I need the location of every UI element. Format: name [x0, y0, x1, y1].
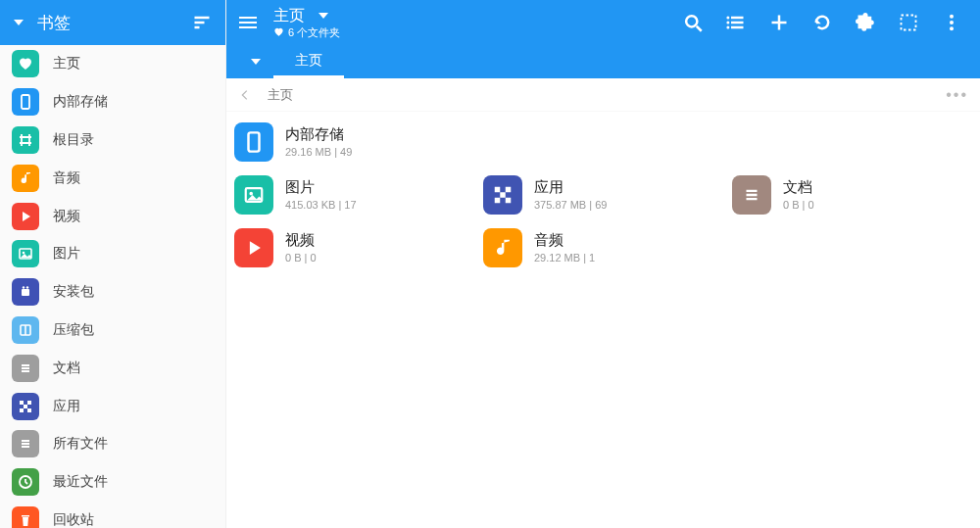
view-button[interactable] [717, 4, 755, 41]
doc-icon [12, 430, 39, 457]
trash-icon [12, 506, 39, 528]
doc-icon [732, 175, 771, 215]
sidebar-item-label: 主页 [53, 55, 80, 72]
sidebar-item-device[interactable]: 内部存储 [0, 83, 225, 121]
tile-label: 文档 [783, 178, 814, 197]
sidebar-item-image[interactable]: 图片 [0, 235, 225, 273]
sidebar-item-doc[interactable]: 文档 [0, 349, 225, 387]
heart-icon [12, 50, 39, 77]
folder-tile[interactable]: 内部存储29.16 MB | 49 [226, 116, 980, 168]
chevron-down-icon [318, 13, 328, 19]
tile-subtitle: 415.03 KB | 17 [285, 199, 357, 213]
sidebar-item-label: 内部存储 [53, 93, 108, 111]
play-icon [234, 228, 273, 267]
tile-label: 内部存储 [285, 125, 352, 144]
image-icon [234, 175, 273, 215]
tile-label: 视频 [285, 231, 317, 250]
sidebar-header[interactable]: 书签 [0, 0, 225, 45]
tab-active[interactable]: 主页 [273, 45, 344, 78]
device-icon [234, 122, 273, 162]
chevron-down-icon [14, 20, 24, 25]
sidebar-title: 书签 [37, 12, 178, 34]
sidebar: 书签 主页内部存储根目录音频视频图片安装包压缩包文档应用所有文件最近文件回收站 [0, 0, 226, 528]
doc-icon [12, 355, 39, 382]
appbar: 主页 6 个文件夹 [226, 0, 980, 45]
menu-button[interactable] [236, 11, 260, 34]
refresh-button[interactable] [804, 4, 841, 41]
tab-row: 主页 [226, 45, 980, 78]
breadcrumb-more-button[interactable]: ••• [946, 86, 968, 104]
tile-subtitle: 29.16 MB | 49 [285, 146, 352, 160]
sidebar-item-label: 文档 [53, 360, 80, 377]
tab-label: 主页 [295, 52, 322, 70]
image-icon [12, 240, 39, 267]
music-icon [12, 165, 39, 192]
folder-tile[interactable]: 音频29.12 MB | 1 [475, 221, 724, 274]
sidebar-item-label: 最近文件 [53, 473, 108, 491]
tile-label: 图片 [285, 178, 357, 197]
tile-label: 应用 [534, 178, 607, 197]
sidebar-item-doc[interactable]: 所有文件 [0, 425, 225, 463]
overflow-button[interactable] [933, 4, 970, 41]
page-subtitle: 6 个文件夹 [273, 26, 340, 38]
sidebar-item-label: 根目录 [53, 131, 94, 149]
plugins-button[interactable] [847, 4, 884, 41]
folder-tile[interactable]: 图片415.03 KB | 17 [226, 168, 475, 221]
appbar-title-block[interactable]: 主页 6 个文件夹 [273, 7, 340, 38]
sidebar-item-android[interactable]: 安装包 [0, 273, 225, 312]
sidebar-item-heart[interactable]: 主页 [0, 45, 225, 83]
clock-icon [12, 468, 39, 496]
sidebar-item-label: 音频 [53, 169, 80, 187]
hash-icon [12, 126, 39, 154]
sidebar-item-grid[interactable]: 应用 [0, 387, 225, 425]
tab-home-button[interactable] [238, 45, 273, 78]
sidebar-item-label: 安装包 [53, 283, 94, 301]
sidebar-item-label: 视频 [53, 208, 80, 225]
search-button[interactable] [674, 4, 711, 41]
tile-subtitle: 29.12 MB | 1 [534, 252, 595, 265]
grid-icon [12, 393, 39, 420]
android-icon [12, 278, 39, 306]
breadcrumb: 主页 ••• [226, 78, 980, 112]
grid-icon [483, 175, 522, 215]
tile-label: 音频 [534, 231, 595, 250]
sidebar-item-play[interactable]: 视频 [0, 197, 225, 235]
play-icon [12, 203, 39, 230]
page-title: 主页 [273, 7, 305, 24]
folder-tile[interactable]: 文档0 B | 0 [724, 168, 973, 221]
sidebar-item-music[interactable]: 音频 [0, 159, 225, 197]
tile-subtitle: 375.87 MB | 69 [534, 199, 607, 213]
tile-subtitle: 0 B | 0 [783, 199, 814, 213]
breadcrumb-path[interactable]: 主页 [268, 86, 293, 104]
sidebar-item-label: 回收站 [53, 511, 94, 528]
content-grid: 内部存储29.16 MB | 49图片415.03 KB | 17应用375.8… [226, 112, 980, 528]
folder-tile[interactable]: 应用375.87 MB | 69 [475, 168, 724, 221]
tile-subtitle: 0 B | 0 [285, 252, 317, 265]
sidebar-item-trash[interactable]: 回收站 [0, 502, 225, 528]
add-button[interactable] [760, 4, 798, 41]
sidebar-list: 主页内部存储根目录音频视频图片安装包压缩包文档应用所有文件最近文件回收站 [0, 45, 225, 528]
sidebar-item-clock[interactable]: 最近文件 [0, 463, 225, 502]
sidebar-item-label: 应用 [53, 398, 80, 415]
sort-icon[interactable] [192, 13, 212, 32]
archive-icon [12, 316, 39, 344]
sidebar-item-label: 图片 [53, 245, 80, 263]
device-icon [12, 88, 39, 116]
chevron-down-icon [251, 59, 261, 65]
sidebar-item-hash[interactable]: 根目录 [0, 121, 225, 160]
folder-tile[interactable]: 视频0 B | 0 [226, 221, 475, 274]
back-button[interactable] [238, 88, 252, 102]
appbar-actions [674, 4, 974, 41]
sidebar-item-label: 所有文件 [53, 435, 108, 453]
music-icon [483, 228, 522, 267]
sidebar-item-label: 压缩包 [53, 321, 94, 339]
sidebar-item-archive[interactable]: 压缩包 [0, 312, 225, 350]
main: 主页 6 个文件夹 主页 主页 • [226, 0, 980, 528]
select-button[interactable] [890, 4, 927, 41]
